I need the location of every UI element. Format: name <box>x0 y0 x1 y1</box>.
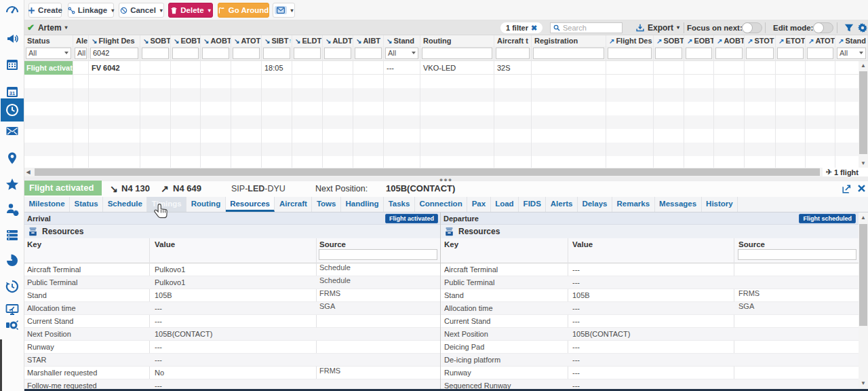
table-row[interactable]: Allocation time---SGA <box>24 302 440 315</box>
table-row[interactable]: Current Stand--- <box>441 315 859 328</box>
tab-status[interactable]: Status <box>70 197 103 212</box>
table-header-key[interactable]: Key <box>27 240 41 248</box>
filter-d_atot[interactable] <box>807 48 833 59</box>
column-header-aircraft_type[interactable]: Aircraft t <box>494 35 532 46</box>
scroll-up-icon[interactable]: ▲ <box>859 213 868 222</box>
table-row[interactable]: Next Position105B(CONTACT) <box>441 328 859 341</box>
tab-fids[interactable]: FIDS <box>519 197 546 212</box>
filter-a_aldt[interactable] <box>324 48 351 59</box>
tab-routing[interactable]: Routing <box>186 197 225 212</box>
table-row[interactable]: Stand105BFRMS <box>24 289 440 302</box>
edit-mode-toggle[interactable] <box>813 22 833 33</box>
column-header-a_aobt[interactable]: ↘AOBT <box>201 35 231 46</box>
tab-alerts[interactable]: Alerts <box>546 197 578 212</box>
table-row[interactable]: Runway--- <box>24 341 440 354</box>
table-row[interactable]: Aircraft Terminal--- <box>441 263 859 276</box>
cell-status[interactable]: Flight activated <box>24 61 73 75</box>
cell-a_flight_des[interactable]: FV 6042 <box>89 61 140 75</box>
filter-a_aobt[interactable] <box>202 48 229 59</box>
sidebar-item-calendar[interactable] <box>1 56 24 73</box>
column-header-alert[interactable]: Ale <box>73 35 89 46</box>
table-row[interactable]: Runway--- <box>441 367 859 379</box>
column-header-d_flight_des[interactable]: ↗Flight Des <box>606 35 654 46</box>
filter-d_aobt[interactable] <box>715 48 743 59</box>
column-header-d_stot[interactable]: ↗STOT <box>745 35 776 46</box>
table-header-source[interactable]: Source <box>738 240 765 248</box>
open-in-window-button[interactable] <box>842 184 852 193</box>
active-filter-pill[interactable]: 1 filter ✖ <box>500 22 542 33</box>
sidebar-item-monitor-plane[interactable] <box>1 301 24 318</box>
filter-d_flight_des[interactable] <box>608 48 652 59</box>
tab-connection[interactable]: Connection <box>415 197 467 212</box>
sidebar-item-pie-chart[interactable] <box>1 253 24 269</box>
detail-vertical-scrollbar[interactable]: ▲ ▼ <box>859 212 868 389</box>
table-row[interactable]: Aircraft TerminalPulkovo1Schedule <box>24 263 440 276</box>
table-row[interactable]: Deicing Pad--- <box>441 341 859 354</box>
tab-history[interactable]: History <box>702 197 738 212</box>
column-header-routing[interactable]: Routing <box>420 35 494 46</box>
cell-aircraft_type[interactable]: 32S <box>494 61 532 75</box>
column-header-d_sobt[interactable]: ↗SOBT <box>654 35 684 46</box>
column-header-a_sobt[interactable]: ↘SOBT <box>140 35 171 46</box>
tab-handling[interactable]: Handling <box>341 197 384 212</box>
table-header-source[interactable]: Source <box>319 240 346 248</box>
tab-messages[interactable]: Messages <box>655 197 702 212</box>
sidebar-item-star[interactable] <box>1 176 24 193</box>
column-header-a_eldt[interactable]: ↘ELDT <box>292 35 323 46</box>
column-header-d_eobt[interactable]: ↗EOBT <box>684 35 714 46</box>
departure-flight-number[interactable]: N4 649 <box>173 181 201 196</box>
filter-d_eobt[interactable] <box>686 48 712 59</box>
filter-a_eldt[interactable] <box>294 48 321 59</box>
sidebar-item-history[interactable] <box>1 278 24 295</box>
tab-load[interactable]: Load <box>491 197 519 212</box>
arrival-flight-number[interactable]: N4 130 <box>121 181 150 196</box>
filter-registration[interactable] <box>533 48 604 59</box>
clear-filter-icon[interactable]: ✖ <box>531 24 537 33</box>
user-filter-dropdown[interactable]: ✔ Artem ▾ <box>27 20 68 35</box>
filter-d_etot[interactable] <box>777 48 804 59</box>
column-header-a_aibt[interactable]: ↘AIBT <box>353 35 384 46</box>
tab-pax[interactable]: Pax <box>467 197 490 212</box>
column-header-a_flight_des[interactable]: ↘Flight Des <box>89 35 140 46</box>
table-row[interactable]: Next Position105B(CONTACT) <box>24 328 440 341</box>
table-row[interactable]: Public TerminalPulkovo1Schedule <box>24 276 440 289</box>
table-row[interactable]: STAR--- <box>24 354 440 367</box>
table-row[interactable]: Marshaller requestedNoFRMS <box>24 367 440 379</box>
filter-a_sobt[interactable] <box>142 48 169 59</box>
cell-a_sibt[interactable]: 18:05 <box>262 61 292 75</box>
settings-button[interactable] <box>857 22 868 33</box>
column-header-registration[interactable]: Registration <box>532 35 606 46</box>
scrollbar-thumb[interactable] <box>859 224 867 326</box>
filter-a_atot[interactable] <box>233 48 260 59</box>
focus-on-next-toggle[interactable] <box>742 22 762 33</box>
filter-a_flight_des[interactable]: 6042 <box>90 48 138 59</box>
scrollbar-thumb[interactable] <box>859 71 867 154</box>
column-header-status[interactable]: Status <box>24 35 73 46</box>
table-row[interactable]: De-icing platform--- <box>441 354 859 367</box>
filter-routing[interactable] <box>422 48 492 59</box>
sidebar-item-cctv[interactable] <box>1 317 24 333</box>
table-header-value[interactable]: Value <box>572 240 593 248</box>
search-input[interactable]: Search <box>550 22 623 33</box>
cell-a_stand[interactable]: --- <box>384 61 420 75</box>
column-header-d_aobt[interactable]: ↗AOBT <box>714 35 745 46</box>
column-header-d_stand[interactable]: ↗Stand <box>835 35 868 46</box>
delete-button[interactable]: Delete▾ <box>168 3 213 18</box>
scroll-down-icon[interactable]: ▼ <box>859 159 868 168</box>
source-filter-input[interactable] <box>319 249 437 260</box>
filter-aircraft_type[interactable] <box>496 48 530 59</box>
export-button[interactable]: Export ▾ <box>636 20 679 35</box>
table-row[interactable]: Stand105BFRMS <box>441 289 859 302</box>
grid-vertical-scrollbar[interactable]: ▲ ▼ <box>859 61 868 168</box>
sidebar-item-user-gear[interactable] <box>1 201 24 217</box>
filter-a_sibt[interactable] <box>263 48 290 59</box>
table-header-value[interactable]: Value <box>155 240 175 248</box>
tab-resources[interactable]: Resources <box>226 197 275 212</box>
filter-a_aibt[interactable] <box>355 48 382 59</box>
column-header-a_aldt[interactable]: ↘ALDT <box>323 35 353 46</box>
column-header-a_stand[interactable]: ↘Stand <box>384 35 420 46</box>
tab-remarks[interactable]: Remarks <box>612 197 655 212</box>
column-header-a_sibt[interactable]: ↘SIBT↑ <box>262 35 292 46</box>
sidebar-item-gauge[interactable] <box>1 1 24 18</box>
mail-button[interactable]: ▾ <box>273 3 295 18</box>
